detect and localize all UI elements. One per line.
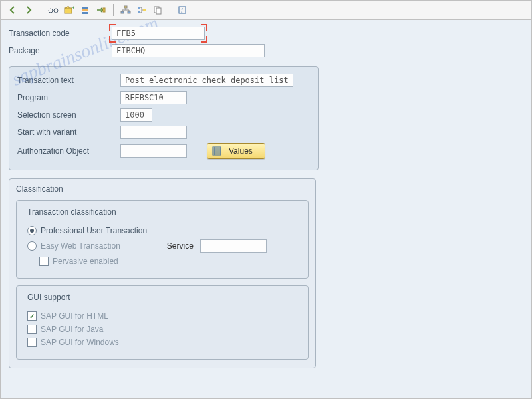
tcode-label: Transaction code bbox=[9, 29, 112, 38]
program-field[interactable]: RFEBSC10 bbox=[120, 91, 187, 104]
radio-icon bbox=[27, 241, 37, 251]
main-area: sapbrainsonline.com Transaction code FFB… bbox=[1, 20, 531, 398]
svg-rect-15 bbox=[156, 8, 161, 14]
svg-rect-13 bbox=[143, 9, 146, 11]
info-icon[interactable]: i bbox=[176, 3, 189, 17]
package-label: Package bbox=[9, 46, 112, 55]
radio-professional-label: Professional User Transaction bbox=[41, 226, 147, 235]
values-icon bbox=[211, 146, 222, 156]
check-gui-windows[interactable]: SAP GUI for Windows bbox=[27, 338, 297, 347]
service-field-input[interactable] bbox=[200, 239, 267, 253]
checkbox-icon: ✓ bbox=[27, 311, 37, 321]
svg-text:i: i bbox=[181, 7, 183, 14]
radio-easyweb[interactable]: Easy Web Transaction Service bbox=[27, 239, 297, 253]
check-gui-html-label: SAP GUI for HTML bbox=[41, 311, 108, 321]
selection-screen-label: Selection screen bbox=[17, 110, 120, 120]
folder-create-icon[interactable]: + bbox=[63, 3, 76, 17]
toolbar-separator bbox=[170, 4, 170, 16]
hierarchy-icon[interactable] bbox=[119, 3, 132, 17]
start-variant-label: Start with variant bbox=[17, 128, 120, 137]
check-gui-html[interactable]: ✓ SAP GUI for HTML bbox=[27, 311, 297, 321]
details-panel: Transaction text Post electronic check d… bbox=[9, 66, 319, 170]
transaction-text-label: Transaction text bbox=[17, 76, 120, 85]
svg-rect-9 bbox=[121, 11, 124, 13]
transaction-classification-group: Transaction classification Professional … bbox=[16, 200, 309, 279]
glasses-icon[interactable] bbox=[47, 3, 60, 17]
svg-rect-4 bbox=[82, 7, 88, 9]
auth-object-field[interactable] bbox=[120, 144, 187, 158]
auth-object-label: Authorization Object bbox=[17, 146, 120, 156]
check-gui-windows-label: SAP GUI for Windows bbox=[41, 338, 119, 347]
check-gui-java[interactable]: SAP GUI for Java bbox=[27, 325, 297, 334]
check-pervasive-label: Pervasive enabled bbox=[53, 257, 118, 266]
values-button[interactable]: Values bbox=[207, 143, 265, 159]
program-label: Program bbox=[17, 93, 120, 102]
back-icon[interactable] bbox=[6, 3, 19, 17]
svg-rect-12 bbox=[138, 11, 140, 13]
svg-rect-2 bbox=[65, 8, 72, 13]
transaction-classification-legend: Transaction classification bbox=[25, 207, 119, 217]
selection-screen-field[interactable]: 1000 bbox=[120, 108, 152, 122]
radio-easyweb-label: Easy Web Transaction bbox=[41, 241, 120, 251]
forward-icon[interactable] bbox=[22, 3, 35, 17]
start-variant-field[interactable] bbox=[120, 126, 187, 139]
svg-point-0 bbox=[49, 9, 53, 13]
svg-rect-11 bbox=[138, 7, 140, 9]
tcode-field[interactable]: FFB5 bbox=[112, 27, 205, 40]
values-button-label: Values bbox=[229, 146, 253, 156]
transaction-text-field[interactable]: Post electronic check deposit list bbox=[120, 74, 293, 87]
svg-rect-10 bbox=[128, 11, 130, 13]
svg-rect-6 bbox=[82, 12, 88, 14]
gui-support-legend: GUI support bbox=[25, 293, 73, 302]
checkbox-icon bbox=[39, 257, 49, 266]
toolbar-separator bbox=[113, 4, 114, 16]
classification-title: Classification bbox=[16, 184, 309, 194]
overview-icon[interactable] bbox=[78, 3, 92, 17]
svg-rect-5 bbox=[82, 9, 88, 11]
copy-icon[interactable] bbox=[151, 3, 164, 17]
toolbar-separator bbox=[41, 4, 41, 16]
transport-icon[interactable] bbox=[94, 3, 108, 17]
app-frame: + i sapbrainsonline.com Transaction code… bbox=[0, 0, 532, 399]
tcode-row: Transaction code FFB5 bbox=[9, 27, 523, 40]
package-field[interactable]: FIBCHQ bbox=[112, 44, 265, 57]
check-pervasive[interactable]: Pervasive enabled bbox=[39, 257, 297, 266]
toolbar: + i bbox=[1, 1, 531, 20]
service-label: Service bbox=[167, 241, 194, 251]
radio-professional[interactable]: Professional User Transaction bbox=[27, 226, 297, 235]
checkbox-icon bbox=[27, 325, 37, 334]
svg-text:+: + bbox=[72, 5, 74, 11]
classification-panel: Classification Transaction classificatio… bbox=[9, 178, 316, 368]
where-used-icon[interactable] bbox=[135, 3, 148, 17]
package-row: Package FIBCHQ bbox=[9, 44, 523, 57]
svg-rect-8 bbox=[124, 6, 127, 8]
gui-support-group: GUI support ✓ SAP GUI for HTML SAP GUI f… bbox=[16, 285, 309, 360]
radio-icon bbox=[27, 226, 37, 235]
svg-point-1 bbox=[54, 9, 58, 13]
check-gui-java-label: SAP GUI for Java bbox=[41, 325, 103, 334]
svg-rect-7 bbox=[103, 8, 105, 12]
checkbox-icon bbox=[27, 338, 37, 347]
tcode-highlight: FFB5 bbox=[112, 27, 205, 40]
